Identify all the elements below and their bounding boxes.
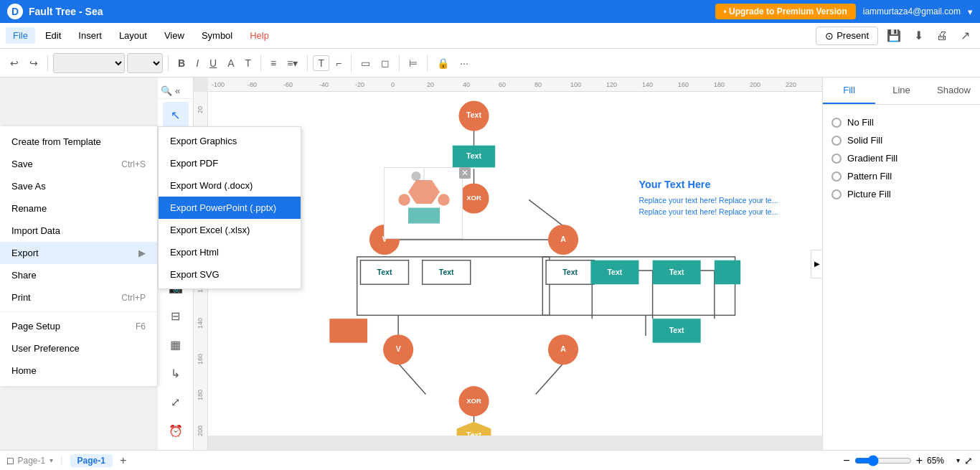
export-html[interactable]: Export Html	[159, 241, 301, 263]
user-email: iammurtaza4@gmail.com	[863, 6, 961, 17]
expand-button[interactable]: ⤢	[964, 455, 973, 466]
svg-text:100: 100	[570, 81, 581, 88]
italic-button[interactable]: I	[192, 55, 203, 72]
thumbnail-preview	[384, 167, 463, 239]
zoom-slider[interactable]	[854, 455, 912, 466]
export-xlsx[interactable]: Export Excel (.xlsx)	[159, 219, 301, 241]
pattern-fill-option[interactable]: Pattern Fill	[831, 167, 971, 185]
menu-symbol[interactable]: Symbol	[194, 27, 240, 44]
no-fill-option[interactable]: No Fill	[831, 113, 971, 131]
panel-org-icon[interactable]: ⊟	[163, 303, 189, 329]
zoom-minus-button[interactable]: −	[843, 454, 849, 467]
page-separator: |	[60, 455, 62, 466]
font-family-select[interactable]	[53, 53, 125, 73]
undo-button[interactable]: ↩	[6, 55, 23, 72]
toolbar-sep-5	[351, 55, 352, 72]
panel-history-icon[interactable]: ⏰	[163, 418, 189, 443]
solid-fill-option[interactable]: Solid Fill	[831, 131, 971, 149]
connector-button[interactable]: ⌐	[331, 55, 346, 72]
menu-help[interactable]: Help	[242, 27, 276, 44]
more-button[interactable]: ···	[456, 55, 473, 72]
export-graphics[interactable]: Export Graphics	[159, 130, 301, 152]
no-fill-radio[interactable]	[831, 118, 842, 128]
font-size-select[interactable]	[127, 53, 163, 73]
picture-fill-option[interactable]: Picture Fill	[831, 185, 971, 203]
share-icon[interactable]: ↗	[956, 26, 974, 45]
redo-button[interactable]: ↪	[25, 55, 42, 72]
collapse-panel-icon[interactable]: «	[175, 85, 180, 96]
print-icon[interactable]: 🖨	[932, 27, 952, 45]
panel-resize-icon[interactable]: ⤢	[163, 389, 189, 415]
lock-button[interactable]: 🔒	[433, 55, 453, 72]
export-svg[interactable]: Export SVG	[159, 263, 301, 286]
underline-button[interactable]: U	[205, 55, 221, 72]
font-color-button[interactable]: A	[223, 55, 238, 72]
picture-fill-radio[interactable]	[831, 189, 842, 199]
solid-fill-radio[interactable]	[831, 136, 842, 146]
export-word[interactable]: Export Word (.docx)	[159, 174, 301, 197]
panel-table-icon[interactable]: ▦	[163, 332, 189, 357]
frame-button[interactable]: ▭	[357, 55, 374, 72]
export-pdf[interactable]: Export PDF	[159, 152, 301, 174]
file-user-preference[interactable]: User Preference	[0, 337, 157, 359]
svg-point-5	[411, 171, 420, 181]
file-export[interactable]: Export ▶	[0, 242, 157, 264]
tab-line[interactable]: Line	[875, 77, 928, 104]
add-page-button[interactable]: +	[120, 454, 126, 467]
gradient-fill-option[interactable]: Gradient Fill	[831, 149, 971, 167]
shadow-button[interactable]: ◻	[377, 55, 394, 72]
present-label: Present	[837, 30, 869, 41]
menu-layout[interactable]: Layout	[112, 27, 154, 44]
present-button[interactable]: ⊙ Present	[816, 27, 878, 45]
menu-file[interactable]: File	[6, 27, 35, 44]
upgrade-button[interactable]: • Upgrade to Premium Version	[715, 4, 856, 19]
file-page-setup[interactable]: Page Setup F6	[0, 315, 157, 337]
titlebar-right: • Upgrade to Premium Version iammurtaza4…	[715, 4, 973, 19]
toolbar-sep-4	[307, 55, 308, 72]
svg-text:Text: Text	[466, 111, 481, 119]
bottom-bar: □ Page-1 ▾ | Page-1 + − + 65% ▾ ⤢	[0, 450, 980, 470]
titlebar: D Fault Tree - Sea • Upgrade to Premium …	[0, 0, 980, 23]
file-import-data[interactable]: Import Data	[0, 220, 157, 242]
download-icon[interactable]: ⬇	[910, 26, 928, 45]
page-name-dropdown[interactable]: ▾	[50, 456, 53, 464]
thumbnail-close-button[interactable]: ✕	[459, 167, 471, 179]
bold-button[interactable]: B	[174, 55, 189, 72]
align-options-button[interactable]: ≡▾	[283, 55, 302, 72]
panel-pointer-icon[interactable]: ↖	[163, 102, 189, 128]
svg-text:A: A	[560, 344, 566, 353]
page-name-label: Page-1	[17, 456, 45, 466]
export-pptx[interactable]: Export PowerPoint (.pptx)	[159, 197, 301, 219]
file-rename[interactable]: Rename	[0, 197, 157, 220]
align-button[interactable]: ⊨	[405, 55, 422, 72]
file-home[interactable]: Home	[0, 359, 157, 382]
page-tab-active[interactable]: Page-1	[70, 454, 113, 467]
file-print[interactable]: Print Ctrl+P	[0, 286, 157, 309]
file-create-template[interactable]: Create from Template	[0, 131, 157, 153]
align-left-button[interactable]: ≡	[266, 55, 281, 72]
file-menu-separator	[0, 311, 157, 312]
right-panel-collapse-button[interactable]: ▶	[811, 250, 822, 278]
svg-marker-0	[408, 180, 440, 204]
menu-insert[interactable]: Insert	[71, 27, 109, 44]
right-panel: Fill Line Shadow No Fill Solid Fill Grad…	[822, 77, 980, 450]
tab-shadow[interactable]: Shadow	[928, 77, 980, 104]
tab-fill[interactable]: Fill	[823, 77, 875, 104]
text-style-button[interactable]: T	[240, 55, 255, 72]
gradient-fill-radio[interactable]	[831, 154, 842, 164]
menu-edit[interactable]: Edit	[38, 27, 68, 44]
user-dropdown-arrow[interactable]: ▾	[968, 6, 973, 17]
file-save[interactable]: Save Ctrl+S	[0, 153, 157, 175]
file-save-as[interactable]: Save As	[0, 175, 157, 197]
save-icon[interactable]: 💾	[882, 26, 905, 45]
svg-text:Text: Text	[669, 268, 684, 276]
zoom-plus-button[interactable]: +	[916, 454, 923, 467]
pattern-fill-radio[interactable]	[831, 171, 842, 182]
svg-line-38	[529, 199, 563, 225]
zoom-dropdown[interactable]: ▾	[956, 456, 960, 464]
menu-view[interactable]: View	[157, 27, 192, 44]
svg-text:Text: Text	[466, 431, 481, 436]
file-share[interactable]: Share	[0, 264, 157, 286]
panel-arrow-icon[interactable]: ↳	[163, 360, 189, 386]
text-button[interactable]: T	[313, 55, 329, 71]
